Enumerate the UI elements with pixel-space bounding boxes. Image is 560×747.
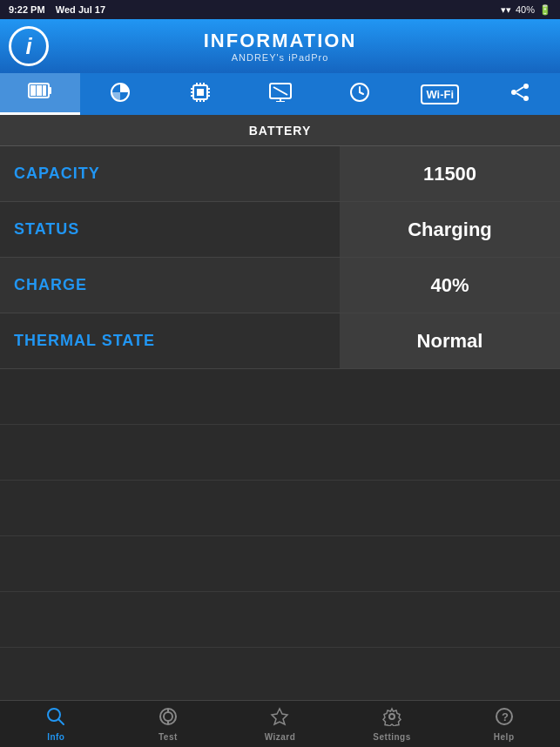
help-nav-icon: ?	[495, 707, 514, 730]
svg-line-23	[273, 87, 287, 95]
svg-rect-1	[30, 85, 36, 96]
empty-row-3	[0, 481, 560, 536]
tab-display[interactable]	[240, 73, 320, 115]
tab-share[interactable]	[480, 73, 560, 115]
empty-row-6	[0, 648, 560, 703]
wizard-nav-label: Wizard	[265, 732, 296, 742]
chart-tab-icon	[110, 82, 131, 107]
svg-point-39	[389, 714, 395, 719]
empty-row-4	[0, 536, 560, 592]
tab-chart[interactable]	[80, 73, 160, 115]
thermal-label: THERMAL STATE	[0, 332, 340, 350]
settings-nav-icon	[382, 707, 401, 730]
svg-line-30	[516, 87, 523, 91]
thermal-value: Normal	[340, 313, 560, 368]
status-time: 9:22 PM	[9, 4, 45, 15]
svg-rect-3	[43, 85, 46, 96]
svg-rect-2	[37, 85, 42, 96]
logo-circle: i	[9, 26, 49, 66]
empty-row-5	[0, 592, 560, 648]
table-row-thermal: THERMAL STATE Normal	[0, 313, 560, 369]
svg-line-26	[360, 92, 363, 94]
bottom-nav-test[interactable]: Test	[112, 707, 225, 742]
svg-point-27	[523, 84, 529, 89]
nav-tabs: Wi-Fi	[0, 73, 560, 115]
svg-rect-4	[49, 87, 51, 94]
info-nav-icon	[46, 707, 65, 730]
charge-value: 40%	[340, 258, 560, 313]
svg-point-35	[164, 712, 172, 721]
svg-marker-38	[272, 709, 287, 724]
display-tab-icon	[269, 83, 292, 106]
app-logo: i	[9, 26, 49, 66]
svg-point-28	[511, 90, 516, 95]
wifi-icon: ▾▾	[501, 4, 511, 16]
svg-rect-7	[197, 89, 204, 96]
table-row-charge: CHARGE 40%	[0, 258, 560, 313]
bottom-nav-help[interactable]: ? Help	[448, 707, 560, 742]
section-title: BATTERY	[249, 124, 312, 138]
cpu-tab-icon	[190, 82, 211, 107]
tab-battery[interactable]	[0, 73, 80, 115]
svg-line-33	[58, 719, 64, 724]
status-indicators: ▾▾ 40% 🔋	[501, 4, 551, 16]
battery-data-table: CAPACITY 11500 STATUS Charging CHARGE 40…	[0, 146, 560, 369]
info-nav-label: Info	[47, 732, 64, 742]
wizard-nav-icon	[270, 707, 289, 730]
battery-percentage: 40%	[516, 4, 535, 15]
device-name: ANDREY's iPadPro	[204, 52, 357, 63]
help-nav-label: Help	[494, 732, 515, 742]
charge-label: CHARGE	[0, 276, 340, 294]
clock-tab-icon	[349, 82, 370, 107]
status-time-date: 9:22 PM Wed Jul 17	[9, 4, 105, 15]
wifi-tab-icon: Wi-Fi	[421, 84, 459, 104]
test-nav-icon	[159, 707, 178, 730]
table-row-capacity: CAPACITY 11500	[0, 146, 560, 202]
bottom-nav-info[interactable]: Info	[0, 707, 112, 742]
battery-tab-icon	[28, 82, 52, 104]
tab-cpu[interactable]	[160, 73, 240, 115]
status-label: STATUS	[0, 220, 340, 239]
empty-rows	[0, 369, 560, 703]
svg-text:?: ?	[502, 710, 509, 723]
settings-nav-label: Settings	[373, 732, 410, 742]
header-text-group: INFORMATION ANDREY's iPadPro	[204, 30, 357, 63]
capacity-value: 11500	[340, 146, 560, 201]
status-value: Charging	[340, 202, 560, 257]
battery-icon: 🔋	[539, 4, 551, 16]
app-title: INFORMATION	[204, 30, 357, 52]
tab-wifi[interactable]: Wi-Fi	[400, 73, 480, 115]
share-tab-icon	[510, 83, 530, 106]
bottom-nav: Info Test Wizard Settings	[0, 700, 560, 747]
svg-point-29	[523, 96, 529, 101]
svg-line-31	[516, 93, 523, 98]
section-header: BATTERY	[0, 115, 560, 146]
bottom-nav-wizard[interactable]: Wizard	[224, 707, 336, 742]
tab-clock[interactable]	[320, 73, 400, 115]
logo-letter: i	[25, 33, 31, 60]
status-bar: 9:22 PM Wed Jul 17 ▾▾ 40% 🔋	[0, 0, 560, 19]
table-row-status: STATUS Charging	[0, 202, 560, 258]
empty-row-1	[0, 369, 560, 425]
bottom-nav-settings[interactable]: Settings	[336, 707, 449, 742]
status-date: Wed Jul 17	[56, 4, 105, 15]
empty-row-2	[0, 425, 560, 481]
capacity-label: CAPACITY	[0, 165, 340, 183]
app-header: i INFORMATION ANDREY's iPadPro	[0, 19, 560, 73]
test-nav-label: Test	[159, 732, 178, 742]
